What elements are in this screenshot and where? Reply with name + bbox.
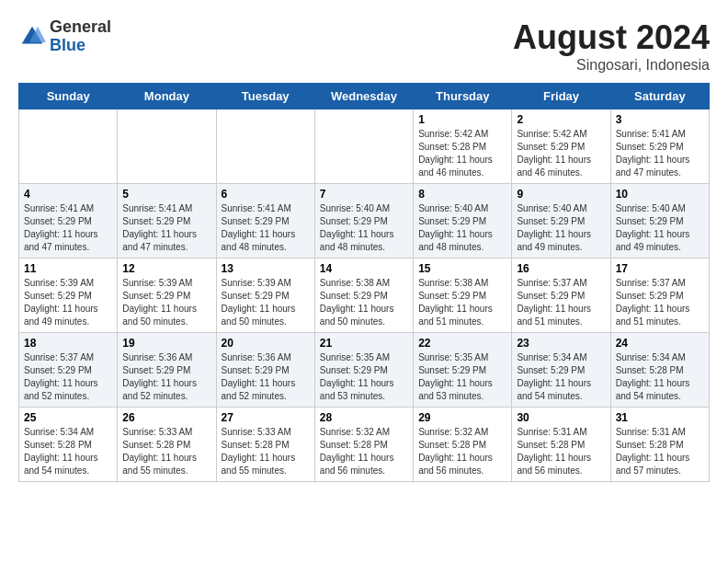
day-info: Sunrise: 5:35 AMSunset: 5:29 PMDaylight:… — [320, 351, 408, 403]
day-info: Sunrise: 5:37 AMSunset: 5:29 PMDaylight:… — [24, 351, 112, 403]
weekday-header-tuesday: Tuesday — [216, 84, 314, 109]
day-info: Sunrise: 5:31 AMSunset: 5:28 PMDaylight:… — [517, 426, 605, 477]
calendar-cell: 9Sunrise: 5:40 AMSunset: 5:29 PMDaylight… — [512, 184, 610, 259]
calendar-cell: 31Sunrise: 5:31 AMSunset: 5:28 PMDayligh… — [610, 408, 709, 482]
calendar-cell: 14Sunrise: 5:38 AMSunset: 5:29 PMDayligh… — [314, 259, 413, 333]
day-number: 8 — [418, 188, 506, 201]
day-number: 14 — [320, 262, 408, 275]
day-number: 27 — [222, 411, 310, 424]
calendar-cell — [314, 109, 413, 184]
day-info: Sunrise: 5:42 AMSunset: 5:29 PMDaylight:… — [517, 128, 605, 179]
week-row-4: 18Sunrise: 5:37 AMSunset: 5:29 PMDayligh… — [19, 333, 710, 408]
day-info: Sunrise: 5:34 AMSunset: 5:28 PMDaylight:… — [24, 426, 112, 477]
day-number: 17 — [616, 262, 704, 275]
page-header: General Blue August 2024 Singosari, Indo… — [18, 18, 710, 74]
day-number: 19 — [122, 337, 210, 350]
day-number: 5 — [122, 188, 210, 201]
calendar-cell: 11Sunrise: 5:39 AMSunset: 5:29 PMDayligh… — [19, 259, 118, 333]
day-number: 20 — [222, 337, 310, 350]
calendar-cell: 8Sunrise: 5:40 AMSunset: 5:29 PMDaylight… — [414, 184, 512, 259]
day-number: 30 — [517, 411, 605, 424]
day-info: Sunrise: 5:42 AMSunset: 5:28 PMDaylight:… — [418, 128, 506, 179]
day-info: Sunrise: 5:34 AMSunset: 5:29 PMDaylight:… — [517, 351, 605, 403]
week-row-2: 4Sunrise: 5:41 AMSunset: 5:29 PMDaylight… — [19, 184, 710, 259]
calendar-table: SundayMondayTuesdayWednesdayThursdayFrid… — [18, 83, 710, 482]
day-info: Sunrise: 5:39 AMSunset: 5:29 PMDaylight:… — [24, 277, 112, 328]
calendar-cell: 3Sunrise: 5:41 AMSunset: 5:29 PMDaylight… — [610, 109, 709, 184]
calendar-cell: 26Sunrise: 5:33 AMSunset: 5:28 PMDayligh… — [118, 408, 216, 482]
day-number: 2 — [517, 113, 605, 126]
calendar-cell: 16Sunrise: 5:37 AMSunset: 5:29 PMDayligh… — [512, 259, 610, 333]
day-number: 6 — [222, 188, 310, 201]
weekday-header-saturday: Saturday — [610, 84, 709, 109]
logo-blue-text: Blue — [50, 37, 111, 55]
week-row-3: 11Sunrise: 5:39 AMSunset: 5:29 PMDayligh… — [19, 259, 710, 333]
day-info: Sunrise: 5:35 AMSunset: 5:29 PMDaylight:… — [418, 351, 506, 403]
calendar-cell: 4Sunrise: 5:41 AMSunset: 5:29 PMDaylight… — [19, 184, 118, 259]
day-info: Sunrise: 5:41 AMSunset: 5:29 PMDaylight:… — [616, 128, 704, 179]
day-info: Sunrise: 5:39 AMSunset: 5:29 PMDaylight:… — [222, 277, 310, 328]
calendar-cell: 17Sunrise: 5:37 AMSunset: 5:29 PMDayligh… — [610, 259, 709, 333]
calendar-cell: 21Sunrise: 5:35 AMSunset: 5:29 PMDayligh… — [314, 333, 413, 408]
day-number: 26 — [122, 411, 210, 424]
day-info: Sunrise: 5:33 AMSunset: 5:28 PMDaylight:… — [222, 426, 310, 477]
day-number: 25 — [24, 411, 112, 424]
day-info: Sunrise: 5:34 AMSunset: 5:28 PMDaylight:… — [616, 351, 704, 403]
weekday-header-sunday: Sunday — [19, 84, 118, 109]
day-number: 10 — [616, 188, 704, 201]
calendar-cell: 23Sunrise: 5:34 AMSunset: 5:29 PMDayligh… — [512, 333, 610, 408]
calendar-cell: 22Sunrise: 5:35 AMSunset: 5:29 PMDayligh… — [414, 333, 512, 408]
calendar-cell: 1Sunrise: 5:42 AMSunset: 5:28 PMDaylight… — [414, 109, 512, 184]
day-info: Sunrise: 5:38 AMSunset: 5:29 PMDaylight:… — [320, 277, 408, 328]
calendar-cell: 2Sunrise: 5:42 AMSunset: 5:29 PMDaylight… — [512, 109, 610, 184]
day-info: Sunrise: 5:39 AMSunset: 5:29 PMDaylight:… — [122, 277, 210, 328]
day-info: Sunrise: 5:32 AMSunset: 5:28 PMDaylight:… — [418, 426, 506, 477]
location-label: Singosari, Indonesia — [513, 57, 710, 74]
calendar-cell: 24Sunrise: 5:34 AMSunset: 5:28 PMDayligh… — [610, 333, 709, 408]
day-number: 3 — [616, 113, 704, 126]
calendar-cell: 7Sunrise: 5:40 AMSunset: 5:29 PMDaylight… — [314, 184, 413, 259]
day-info: Sunrise: 5:40 AMSunset: 5:29 PMDaylight:… — [616, 202, 704, 254]
day-info: Sunrise: 5:41 AMSunset: 5:29 PMDaylight:… — [122, 202, 210, 254]
day-number: 7 — [320, 188, 408, 201]
day-info: Sunrise: 5:37 AMSunset: 5:29 PMDaylight:… — [616, 277, 704, 328]
logo-general-text: General — [50, 18, 111, 37]
calendar-cell: 13Sunrise: 5:39 AMSunset: 5:29 PMDayligh… — [216, 259, 314, 333]
calendar-cell: 25Sunrise: 5:34 AMSunset: 5:28 PMDayligh… — [19, 408, 118, 482]
day-info: Sunrise: 5:33 AMSunset: 5:28 PMDaylight:… — [122, 426, 210, 477]
calendar-cell: 19Sunrise: 5:36 AMSunset: 5:29 PMDayligh… — [118, 333, 216, 408]
day-number: 28 — [320, 411, 408, 424]
day-info: Sunrise: 5:37 AMSunset: 5:29 PMDaylight:… — [517, 277, 605, 328]
week-row-5: 25Sunrise: 5:34 AMSunset: 5:28 PMDayligh… — [19, 408, 710, 482]
day-number: 1 — [418, 113, 506, 126]
calendar-cell — [19, 109, 118, 184]
day-info: Sunrise: 5:41 AMSunset: 5:29 PMDaylight:… — [24, 202, 112, 254]
day-number: 29 — [418, 411, 506, 424]
month-title: August 2024 — [513, 18, 710, 57]
calendar-cell: 30Sunrise: 5:31 AMSunset: 5:28 PMDayligh… — [512, 408, 610, 482]
day-info: Sunrise: 5:40 AMSunset: 5:29 PMDaylight:… — [418, 202, 506, 254]
day-number: 24 — [616, 337, 704, 350]
calendar-cell: 20Sunrise: 5:36 AMSunset: 5:29 PMDayligh… — [216, 333, 314, 408]
calendar-cell: 10Sunrise: 5:40 AMSunset: 5:29 PMDayligh… — [610, 184, 709, 259]
day-info: Sunrise: 5:31 AMSunset: 5:28 PMDaylight:… — [616, 426, 704, 477]
day-info: Sunrise: 5:41 AMSunset: 5:29 PMDaylight:… — [222, 202, 310, 254]
day-number: 9 — [517, 188, 605, 201]
day-number: 12 — [122, 262, 210, 275]
calendar-cell: 15Sunrise: 5:38 AMSunset: 5:29 PMDayligh… — [414, 259, 512, 333]
day-number: 21 — [320, 337, 408, 350]
logo-icon — [18, 23, 46, 51]
day-number: 4 — [24, 188, 112, 201]
day-number: 16 — [517, 262, 605, 275]
day-info: Sunrise: 5:40 AMSunset: 5:29 PMDaylight:… — [320, 202, 408, 254]
calendar-cell: 28Sunrise: 5:32 AMSunset: 5:28 PMDayligh… — [314, 408, 413, 482]
weekday-header-thursday: Thursday — [414, 84, 512, 109]
weekday-header-monday: Monday — [118, 84, 216, 109]
calendar-cell: 12Sunrise: 5:39 AMSunset: 5:29 PMDayligh… — [118, 259, 216, 333]
day-number: 11 — [24, 262, 112, 275]
day-number: 22 — [418, 337, 506, 350]
week-row-1: 1Sunrise: 5:42 AMSunset: 5:28 PMDaylight… — [19, 109, 710, 184]
day-info: Sunrise: 5:36 AMSunset: 5:29 PMDaylight:… — [122, 351, 210, 403]
calendar-cell — [216, 109, 314, 184]
weekday-header-friday: Friday — [512, 84, 610, 109]
